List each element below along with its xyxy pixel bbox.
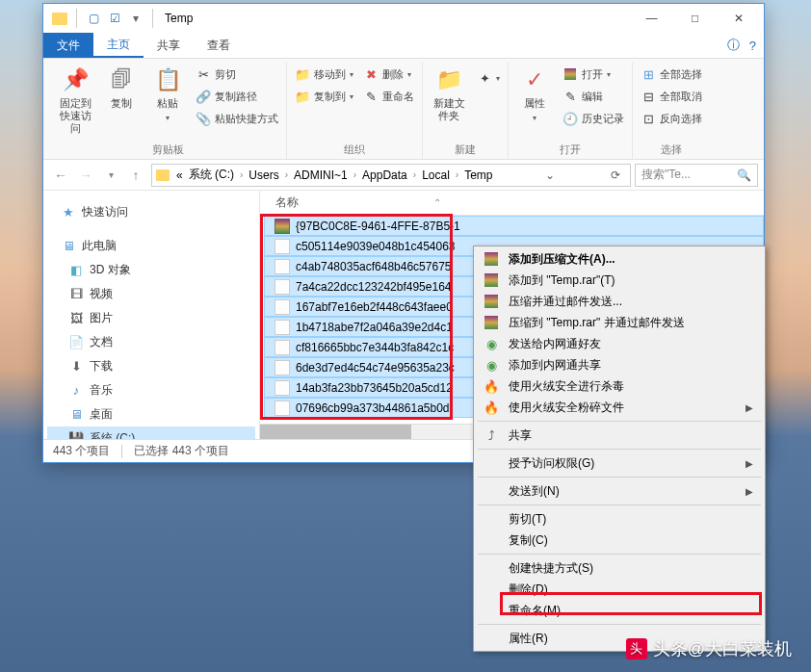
qat-save-icon[interactable]: ▢ [85, 10, 102, 27]
ctx-rename[interactable]: 重命名(M) [476, 600, 763, 621]
ctx-cut[interactable]: 剪切(T) [476, 508, 763, 530]
up-button[interactable]: ↑ [124, 164, 147, 187]
file-icon [275, 320, 290, 335]
history-button[interactable]: 🕘历史记录 [559, 109, 628, 128]
watermark-logo-icon: 头 [626, 638, 647, 659]
ctx-delete[interactable]: 删除(D) [476, 579, 763, 600]
status-count: 443 个项目 [53, 443, 110, 459]
column-header-name[interactable]: 名称⌃ [260, 191, 764, 216]
ctx-huorong-shred[interactable]: 🔥使用火绒安全粉碎文件▶ [476, 397, 763, 418]
qat-dropdown-icon[interactable]: ▾ [127, 10, 144, 27]
copypath-button[interactable]: 🔗复制路径 [192, 87, 282, 106]
ctx-send-to[interactable]: 发送到(N)▶ [476, 480, 763, 502]
file-icon [275, 279, 290, 295]
watermark: 头 头条@大白菜装机 [626, 637, 792, 660]
file-icon [275, 299, 290, 315]
help-icon[interactable]: ? [749, 39, 756, 53]
address-bar-row: ← → ▾ ↑ « 系统 (C:)› Users› ADMINI~1› AppD… [43, 160, 764, 191]
nav-3d-objects[interactable]: ◧3D 对象 [47, 258, 255, 282]
nav-documents[interactable]: 📄文档 [47, 330, 255, 354]
breadcrumb-segment: AppData› [359, 168, 419, 182]
maximize-button[interactable]: □ [673, 4, 717, 33]
breadcrumb-segment: Local› [419, 168, 461, 182]
ribbon: 📌固定到快速访问 🗐复制 📋粘贴▾ ✂剪切 🔗复制路径 📎粘贴快捷方式 剪贴板 … [43, 59, 764, 160]
ctx-huorong-scan[interactable]: 🔥使用火绒安全进行杀毒 [476, 375, 763, 397]
breadcrumb-segment: Temp [461, 168, 495, 182]
navigation-pane: ★快速访问 🖥此电脑 ◧3D 对象 🎞视频 🖼图片 📄文档 ⬇下载 ♪音乐 🖥桌… [43, 191, 260, 439]
breadcrumb-segment: 系统 (C:)› [186, 167, 247, 183]
nav-desktop[interactable]: 🖥桌面 [47, 402, 255, 426]
ribbon-tabs: 文件 主页 共享 查看 ⓘ ? [43, 33, 764, 59]
forward-button[interactable]: → [74, 164, 97, 187]
breadcrumb-segment: ADMINI~1› [291, 168, 359, 182]
ctx-add-archive[interactable]: 添加到压缩文件(A)... [476, 248, 763, 270]
minimize-button[interactable]: — [630, 4, 673, 33]
tab-file[interactable]: 文件 [43, 33, 93, 58]
cut-button[interactable]: ✂剪切 [192, 65, 282, 84]
selectall-button[interactable]: ⊞全部选择 [637, 65, 706, 84]
ctx-compress-email[interactable]: 压缩并通过邮件发送... [476, 291, 763, 312]
invert-button[interactable]: ⊡反向选择 [637, 109, 706, 128]
file-icon [275, 360, 290, 375]
folder-icon [51, 10, 68, 27]
file-icon [275, 401, 290, 416]
delete-button[interactable]: ✖删除 ▾ [359, 65, 418, 84]
file-name: c4ab748035acf648b46c57675 [296, 260, 451, 273]
search-input[interactable]: 搜索"Te... 🔍 [635, 164, 758, 187]
ctx-copy[interactable]: 复制(C) [476, 530, 763, 551]
folder-icon [156, 169, 170, 181]
nav-downloads[interactable]: ⬇下载 [47, 354, 255, 378]
addr-dropdown-icon[interactable]: ⌄ [539, 168, 561, 182]
ctx-grant-access[interactable]: 授予访问权限(G)▶ [476, 452, 763, 474]
nav-quick-access[interactable]: ★快速访问 [47, 200, 255, 224]
qat-check-icon[interactable]: ☑ [106, 10, 123, 27]
ctx-compress-temp-email[interactable]: 压缩到 "Temp.rar" 并通过邮件发送 [476, 312, 763, 333]
moveto-button[interactable]: 📁移动到 ▾ [291, 65, 357, 84]
ctx-share[interactable]: ⤴共享 [476, 425, 763, 446]
file-name: {97BC0C8E-9461-4FFE-87B5-1 [296, 220, 460, 233]
file-name: 167abf7e16eb2f448c643faee0 [296, 300, 453, 314]
nav-pictures[interactable]: 🖼图片 [47, 306, 255, 330]
new-item-button[interactable]: ✦▾ [473, 68, 504, 88]
properties-button[interactable]: ✓属性▾ [512, 63, 557, 124]
recent-dropdown[interactable]: ▾ [99, 164, 122, 187]
ctx-create-shortcut[interactable]: 创建快捷方式(S) [476, 557, 763, 579]
rename-button[interactable]: ✎重命名 [359, 87, 418, 106]
file-icon [275, 239, 290, 254]
breadcrumb-segment: Users› [246, 168, 291, 182]
open-button[interactable]: 打开 ▾ [559, 65, 628, 84]
nav-this-pc[interactable]: 🖥此电脑 [47, 234, 255, 258]
tab-view[interactable]: 查看 [194, 33, 244, 58]
file-name: 6de3d7ed4c54c74e95635a23c [296, 361, 455, 375]
selectnone-button[interactable]: ⊟全部取消 [637, 87, 706, 106]
file-name: 1b4718abe7f2a046a39e2d4c1 [296, 321, 453, 334]
file-name: 7a4ca22dcc123242bf495e164 [296, 280, 451, 294]
edit-button[interactable]: ✎编辑 [559, 87, 628, 106]
tab-share[interactable]: 共享 [144, 33, 194, 58]
paste-button[interactable]: 📋粘贴▾ [145, 63, 190, 124]
ctx-send-neitong[interactable]: ◉发送给内网通好友 [476, 333, 763, 354]
horizontal-scrollbar[interactable] [260, 425, 411, 439]
file-row[interactable]: {97BC0C8E-9461-4FFE-87B5-1 [264, 216, 764, 236]
tab-home[interactable]: 主页 [93, 33, 144, 58]
newfolder-button[interactable]: 📁新建文件夹 [427, 63, 471, 124]
address-bar[interactable]: « 系统 (C:)› Users› ADMINI~1› AppData› Loc… [151, 164, 631, 187]
archive-icon [275, 219, 290, 234]
context-menu: 添加到压缩文件(A)... 添加到 "Temp.rar"(T) 压缩并通过邮件发… [473, 246, 766, 652]
search-icon: 🔍 [737, 168, 751, 182]
paste-shortcut-button[interactable]: 📎粘贴快捷方式 [192, 109, 282, 128]
pin-button[interactable]: 📌固定到快速访问 [53, 63, 97, 138]
file-icon [275, 380, 290, 396]
copy-button[interactable]: 🗐复制 [99, 63, 144, 112]
back-button[interactable]: ← [49, 164, 72, 187]
ctx-add-neitong[interactable]: ◉添加到内网通共享 [476, 354, 763, 375]
copyto-button[interactable]: 📁复制到 ▾ [291, 87, 357, 106]
file-name: c505114e9039e048b1c454063 [296, 240, 456, 253]
nav-c-drive[interactable]: 💾系统 (C:) [47, 426, 255, 439]
nav-music[interactable]: ♪音乐 [47, 378, 255, 402]
refresh-icon[interactable]: ⟳ [605, 168, 626, 182]
ctx-add-temp-rar[interactable]: 添加到 "Temp.rar"(T) [476, 270, 763, 291]
nav-videos[interactable]: 🎞视频 [47, 282, 255, 306]
ribbon-collapse-icon[interactable]: ⓘ [727, 37, 740, 54]
close-button[interactable]: ✕ [717, 4, 760, 33]
